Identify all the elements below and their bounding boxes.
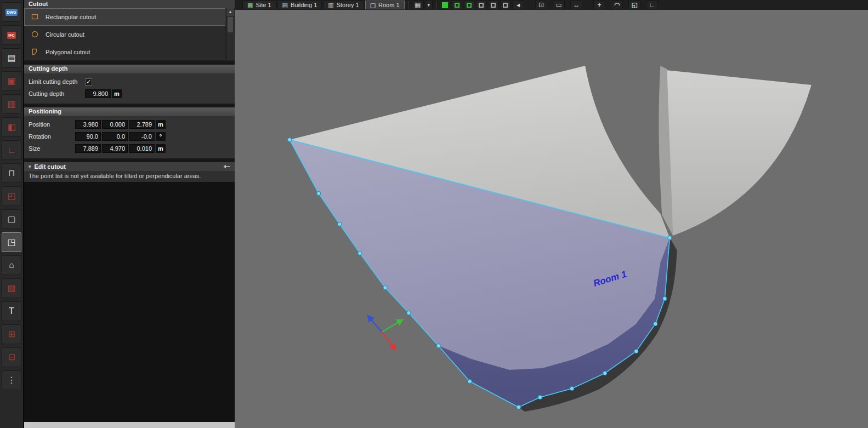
site-icon: ▦ <box>247 2 253 8</box>
cutout-tool-button[interactable]: ◳ <box>2 232 21 252</box>
cutout-list-scrollbar[interactable]: ▲ <box>226 8 234 60</box>
window-tool-button[interactable]: ⊓ <box>2 163 21 183</box>
nav-site-1[interactable]: ▦Site 1 <box>242 1 276 9</box>
panel-empty-area <box>24 182 235 422</box>
vertex-handle[interactable] <box>468 380 472 384</box>
component-tool-button[interactable]: ▤ <box>2 48 21 68</box>
grid-dropdown-button[interactable]: ▾ <box>425 1 433 9</box>
dimension-button[interactable]: ↔ <box>570 1 582 9</box>
view-mode-gray-frame-1-icon <box>479 3 484 8</box>
view-mode-gray-frame-2-button[interactable] <box>488 1 498 9</box>
rotation-unit: ° <box>156 132 166 141</box>
vertex-handle[interactable] <box>663 297 667 301</box>
edit-cutout-header[interactable]: ▾ Edit cutout <box>24 162 235 171</box>
ruler-button[interactable]: ▭ <box>553 1 565 9</box>
nav-storey-1[interactable]: ▥Storey 1 <box>323 1 364 9</box>
vertex-handle[interactable] <box>634 350 638 353</box>
position-z-input[interactable] <box>129 120 155 129</box>
panel-horizontal-scrollbar[interactable] <box>24 422 235 428</box>
marker-tool-button[interactable]: ⊡ <box>2 347 21 367</box>
position-unit: m <box>156 120 166 129</box>
view-mode-green-frame-2-button[interactable] <box>464 1 474 9</box>
rotation-y-input[interactable] <box>102 132 128 141</box>
toolbar-separator <box>408 1 409 9</box>
door-tool-button[interactable]: ◧ <box>2 117 21 137</box>
view-mode-green-frame-2-icon <box>467 3 472 8</box>
import-dwg-button[interactable]: DWG <box>2 2 21 22</box>
opening-tool-button[interactable]: ◰ <box>2 186 21 206</box>
angle-tool-icon: ∟ <box>649 1 655 9</box>
vertex-handle[interactable] <box>538 396 542 400</box>
cutout-type-label: Rectangular cutout <box>46 14 96 20</box>
nav-room-1[interactable]: ▢Room 1 <box>365 1 405 9</box>
corner-wall-tool-icon: ∟ <box>7 146 16 155</box>
rotation-x-input[interactable] <box>75 132 101 141</box>
edit-cutout-note: The point list is not yet available for … <box>24 171 235 182</box>
scene-canvas[interactable]: Room 1 <box>235 10 868 428</box>
rotation-label: Rotation <box>29 133 75 140</box>
view-mode-solid-green-button[interactable] <box>440 1 450 9</box>
size-y-input[interactable] <box>102 144 128 153</box>
vertex-handle[interactable] <box>517 406 520 409</box>
move-tool-button[interactable]: + <box>593 1 605 9</box>
cutting-depth-input[interactable] <box>85 89 111 98</box>
vertex-handle[interactable] <box>603 372 607 375</box>
vertex-handle[interactable] <box>358 252 362 255</box>
window-tool-icon: ⊓ <box>8 169 15 178</box>
crop-region-button[interactable]: ⊡ <box>535 1 547 9</box>
vertex-handle[interactable] <box>383 286 387 290</box>
cutting-depth-unit: m <box>112 89 122 98</box>
volume-tool-button[interactable]: ◱ <box>628 1 640 9</box>
cutout-type-list: Rectangular cutout Circular cutout Polyg… <box>24 8 235 61</box>
wall-tool-button[interactable]: ▣ <box>2 71 21 91</box>
grid-dropdown-icon: ▾ <box>428 2 430 8</box>
viewport-3d[interactable]: Room 1 <box>235 10 868 428</box>
vertex-handle[interactable] <box>436 344 440 348</box>
slab-plus-tool-button[interactable]: ⊞ <box>2 324 21 344</box>
scroll-up-icon[interactable]: ▲ <box>226 8 234 16</box>
edit-cutout-label: Edit cutout <box>35 163 66 170</box>
vertex-handle[interactable] <box>668 236 672 240</box>
size-z-input[interactable] <box>129 144 155 153</box>
scrollbar-thumb[interactable] <box>228 17 233 32</box>
text-tool-button[interactable]: T <box>2 301 21 321</box>
corner-wall-tool-button[interactable]: ∟ <box>2 140 21 160</box>
import-ifc-icon: IFC <box>7 32 15 39</box>
panel-tool-button[interactable]: ▥ <box>2 94 21 114</box>
grid-settings-button[interactable]: ▦ <box>412 1 424 9</box>
cutout-type-rectangular[interactable]: Rectangular cutout <box>24 8 225 26</box>
rotation-z-input[interactable] <box>129 132 155 141</box>
roof-tool-button[interactable]: ⌂ <box>2 255 21 275</box>
view-mode-gray-frame-1-button[interactable] <box>476 1 486 9</box>
storey-icon: ▥ <box>328 2 333 8</box>
main-area: ▦Site 1▤Building 1▥Storey 1▢Room 1▦▾◀⊡▭↔… <box>235 0 868 428</box>
insulation-tool-button[interactable]: ▨ <box>2 278 21 298</box>
position-y-input[interactable] <box>102 120 128 129</box>
view-mode-gray-frame-3-button[interactable] <box>500 1 510 9</box>
size-x-input[interactable] <box>75 144 101 153</box>
pin-icon[interactable] <box>223 164 230 169</box>
view-mode-green-frame-1-button[interactable] <box>452 1 462 9</box>
collapse-left-button[interactable]: ◀ <box>512 1 524 9</box>
import-ifc-button[interactable]: IFC <box>2 25 21 45</box>
vertex-handle[interactable] <box>654 322 657 326</box>
cutout-type-polygonal[interactable]: Polygonal cutout <box>24 43 225 61</box>
box-tool-button[interactable]: ▢ <box>2 209 21 229</box>
vertex-handle[interactable] <box>317 192 321 196</box>
view-mode-solid-green-icon <box>442 2 448 8</box>
viewport-toolbar: ▦Site 1▤Building 1▥Storey 1▢Room 1▦▾◀⊡▭↔… <box>235 0 868 10</box>
vertex-handle[interactable] <box>338 222 342 226</box>
vertex-handle[interactable] <box>407 311 411 315</box>
cutout-type-circular[interactable]: Circular cutout <box>24 26 225 43</box>
nav-building-1[interactable]: ▤Building 1 <box>277 1 322 9</box>
limit-cutting-depth-checkbox[interactable]: ✓ <box>85 78 92 85</box>
angle-tool-button[interactable]: ∟ <box>646 1 658 9</box>
position-x-input[interactable] <box>75 120 101 129</box>
text-tool-icon: T <box>9 307 14 316</box>
vertex-handle[interactable] <box>288 138 292 142</box>
arc-tool-button[interactable]: ◠ <box>611 1 623 9</box>
ruler-icon: ▭ <box>555 1 561 9</box>
levels-tool-button[interactable]: ⋮ <box>2 370 21 390</box>
vertex-handle[interactable] <box>570 387 574 391</box>
circular-cutout-icon <box>31 30 39 38</box>
